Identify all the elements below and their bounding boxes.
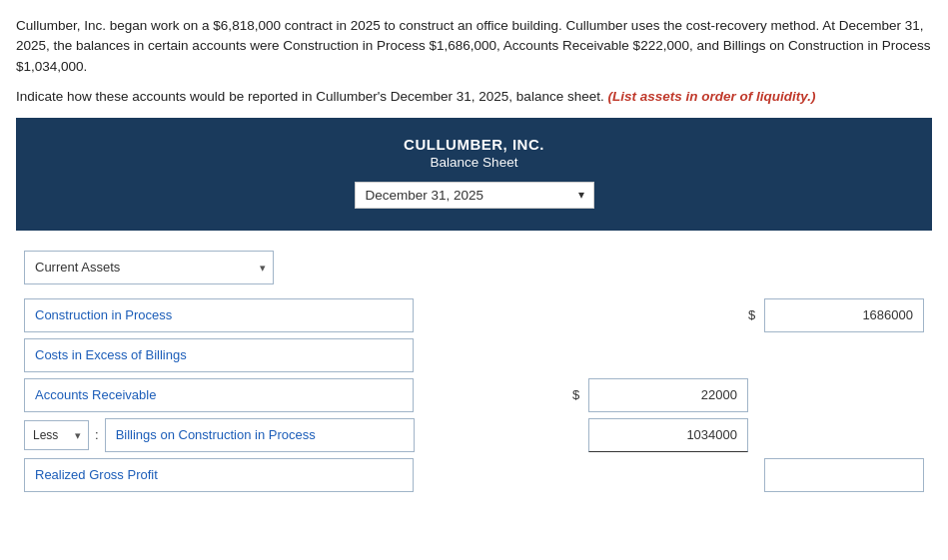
date-dropdown-container[interactable]: December 31, 2025 December 31, 2024	[355, 182, 594, 209]
current-assets-select-container[interactable]: Current Assets Non-Current Assets	[24, 251, 274, 284]
accounts-receivable-field[interactable]	[24, 378, 414, 412]
accounts-receivable-value[interactable]	[588, 378, 748, 412]
realized-gross-profit-value[interactable]	[764, 458, 924, 492]
less-select-container[interactable]: Less Add	[24, 420, 89, 450]
dollar-sign-construction: $	[748, 307, 758, 322]
less-select[interactable]: Less Add	[24, 420, 89, 450]
construction-in-process-field[interactable]	[24, 298, 414, 332]
realized-gross-profit-row	[24, 458, 924, 492]
construction-in-process-value[interactable]	[764, 298, 924, 332]
current-assets-row: Current Assets Non-Current Assets	[24, 251, 924, 284]
costs-excess-billings-field[interactable]	[24, 338, 414, 372]
costs-excess-billings-row	[24, 338, 924, 372]
billings-value[interactable]	[588, 418, 748, 452]
instruction-emphasis: (List assets in order of liquidity.)	[607, 89, 815, 104]
dollar-sign-ar: $	[572, 387, 582, 402]
billings-field[interactable]	[105, 418, 415, 452]
intro-paragraph: Cullumber, Inc. began work on a $6,818,0…	[16, 16, 932, 77]
colon-separator: :	[95, 427, 99, 442]
accounts-receivable-row: $	[24, 378, 924, 412]
billings-row: Less Add :	[24, 418, 924, 452]
instruction-line: Indicate how these accounts would be rep…	[16, 89, 932, 104]
current-assets-select[interactable]: Current Assets Non-Current Assets	[24, 251, 274, 284]
date-dropdown[interactable]: December 31, 2025 December 31, 2024	[355, 182, 594, 209]
balance-sheet-header: CULLUMBER, INC. Balance Sheet December 3…	[16, 118, 932, 231]
realized-gross-profit-field[interactable]	[24, 458, 414, 492]
construction-in-process-row: $	[24, 298, 924, 332]
form-section: Current Assets Non-Current Assets $ $ Le…	[16, 251, 932, 492]
sheet-title: Balance Sheet	[36, 155, 912, 170]
company-name: CULLUMBER, INC.	[36, 136, 912, 153]
